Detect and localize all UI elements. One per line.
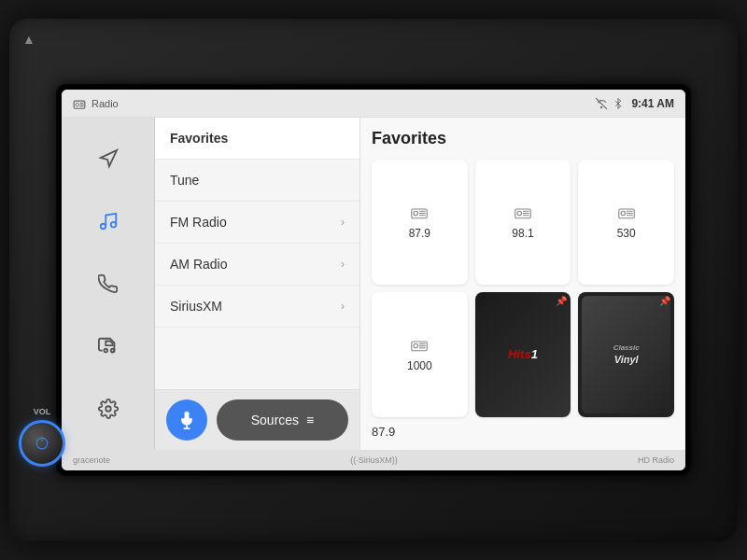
favorites-grid: 87.9 <box>372 160 674 417</box>
favorite-item-classic-vinyl[interactable]: 📌 Classic Vinyl <box>578 292 674 417</box>
svg-point-10 <box>104 349 107 353</box>
volume-knob[interactable] <box>19 420 65 467</box>
am-chevron-icon: › <box>341 258 345 271</box>
menu-item-am-radio[interactable]: AM Radio › <box>155 244 359 286</box>
screen-title: Radio <box>92 98 119 109</box>
favorite-item-98-1[interactable]: 98.1 <box>475 160 571 285</box>
left-panel: Favorites Tune FM Radio › AM Radio › Sir <box>155 118 360 450</box>
radio-icon <box>73 97 86 110</box>
svg-point-9 <box>110 222 116 228</box>
status-left: Radio <box>73 97 119 110</box>
current-station: 87.9 <box>372 425 674 439</box>
vol-label: VOL <box>34 407 51 416</box>
menu-item-tune[interactable]: Tune <box>155 160 359 202</box>
svg-point-31 <box>414 343 418 348</box>
bottom-bar: Sources ≡ <box>155 389 359 450</box>
time-display: 9:41 AM <box>631 97 674 110</box>
sources-label: Sources <box>251 413 299 427</box>
sidebar-icon-phone[interactable] <box>90 265 127 302</box>
radio-fav-icon-3 <box>618 204 635 223</box>
svg-marker-7 <box>100 149 116 165</box>
fav-label-87-9: 87.9 <box>409 227 430 240</box>
right-panel: Favorites <box>360 118 685 450</box>
fav-label-98-1: 98.1 <box>512 227 533 240</box>
menu-item-fm-radio[interactable]: FM Radio › <box>155 202 359 244</box>
sirius-pin-icon: 📌 <box>556 296 567 306</box>
fav-label-530: 530 <box>617 227 636 240</box>
sirius-chevron-icon: › <box>341 300 345 313</box>
panel-title: Favorites <box>372 129 674 148</box>
svg-point-16 <box>414 211 418 216</box>
sirius-logo: Hits1 <box>479 296 568 413</box>
menu-item-favorites[interactable]: Favorites <box>155 118 359 160</box>
sources-menu-icon: ≡ <box>306 413 314 427</box>
siriusxm-label: ((·SiriusXM)) <box>350 455 398 465</box>
signal-icon <box>595 97 608 110</box>
svg-point-6 <box>601 106 602 107</box>
main-content: Favorites Tune FM Radio › AM Radio › Sir <box>62 118 685 450</box>
sidebar-icon-settings[interactable] <box>90 390 127 427</box>
favorite-item-87-9[interactable]: 87.9 <box>372 160 468 285</box>
favorite-item-1000[interactable]: 1000 <box>372 292 468 417</box>
volume-area: VOL <box>19 407 65 467</box>
radio-fav-icon-2 <box>514 204 531 223</box>
sidebar <box>62 118 155 450</box>
screen-bottom: gracenote ((·SiriusXM)) HD Radio <box>62 450 685 470</box>
favorite-item-530[interactable]: 530 <box>578 160 674 285</box>
favorite-item-siriusxm[interactable]: 📌 Hits1 <box>475 292 571 417</box>
svg-point-21 <box>517 211 522 216</box>
sidebar-icon-navigation[interactable] <box>90 140 127 177</box>
status-icons <box>595 97 624 110</box>
svg-point-1 <box>76 103 79 106</box>
svg-point-26 <box>621 211 626 216</box>
menu-item-siriusxm[interactable]: SiriusXM › <box>155 286 359 328</box>
mic-button[interactable] <box>166 399 207 441</box>
sidebar-icon-music[interactable] <box>90 203 127 240</box>
svg-point-8 <box>100 224 106 230</box>
svg-point-12 <box>106 407 111 413</box>
hd-radio-label: HD Radio <box>638 455 674 465</box>
classic-vinyl-logo: Classic Vinyl <box>582 296 670 413</box>
radio-fav-icon-4 <box>411 337 428 356</box>
nav-arrow-indicator: ▲ <box>22 32 35 47</box>
bluetooth-icon <box>613 97 624 110</box>
screen-outer: Radio <box>56 84 691 476</box>
sources-button[interactable]: Sources ≡ <box>217 399 348 441</box>
classic-pin-icon: 📌 <box>659 296 670 306</box>
car-bezel: ▲ Radio <box>9 19 738 541</box>
status-bar: Radio <box>62 90 685 118</box>
sidebar-icon-car[interactable] <box>90 328 127 365</box>
status-right: 9:41 AM <box>595 97 674 110</box>
fav-label-1000: 1000 <box>407 359 432 372</box>
radio-fav-icon-1 <box>411 204 428 223</box>
svg-point-11 <box>110 349 114 353</box>
fm-chevron-icon: › <box>341 216 345 229</box>
gracenote-label: gracenote <box>73 455 110 465</box>
screen: Radio <box>62 90 685 470</box>
